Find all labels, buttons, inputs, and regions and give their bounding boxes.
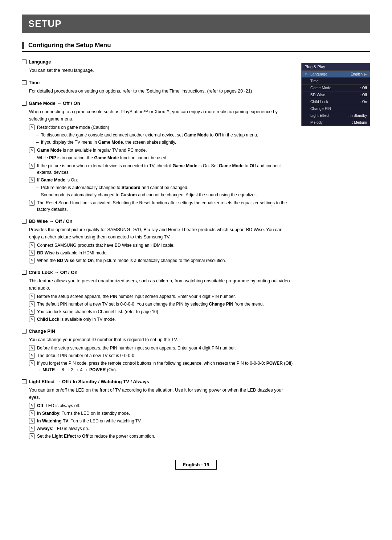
menu-screenshot: Plug & Play ⚙ Language English ▶ Time Ga… (301, 63, 370, 445)
note-text-bd-wise-2: BD Wise is available in HDMI mode. (37, 250, 108, 256)
note-icon-le-3: N (29, 418, 35, 424)
topic-label-bd-wise: BD Wise → Off / On (29, 218, 73, 224)
page-title: SETUP (28, 18, 364, 29)
dash-1: – (36, 132, 39, 138)
note-icon-pin-2: N (29, 353, 35, 359)
dash-2: – (36, 139, 39, 146)
bullet-text-2: If you display the TV menu in Game Mode,… (41, 139, 176, 146)
bullet-item-4: – Sound mode is automatically changed to… (36, 192, 294, 198)
page-title-box: SETUP (22, 15, 370, 33)
topic-title-change-pin: Change PIN (22, 328, 294, 334)
menu-row-language: ⚙ Language English ▶ (302, 71, 370, 78)
topic-text-bd-wise: Provides the optimal picture quality for… (29, 226, 294, 241)
note-le-3: N In Watching TV: Turns the LED on while… (29, 418, 294, 424)
note-le-1: N Off: LED is always off. (29, 402, 294, 409)
note-icon-bd-2: N (29, 250, 35, 256)
note-icon-bd-1: N (29, 242, 35, 248)
note-text-game-mode-5: The Reset Sound function is activated. S… (37, 200, 294, 213)
topic-label-time: Time (29, 80, 40, 85)
note-icon-1: N (29, 124, 35, 130)
menu-row-label-game: Game Mode (310, 86, 360, 90)
note-sub-game-mode-2: While PIP is in operation, the Game Mode… (37, 155, 294, 161)
content-area: Language You can set the menu language. … (22, 59, 294, 445)
menu-row-melody: Melody : Medium (302, 119, 370, 126)
note-game-mode-2: N Game Mode is not available in regular … (29, 147, 294, 154)
note-icon-4: N (29, 177, 35, 183)
topic-child-lock: Child Lock → Off / On This feature allow… (22, 270, 294, 323)
note-text-cl-4: Child Lock is available only in TV mode. (37, 316, 116, 323)
note-pin-1: N Before the setup screen appears, the P… (29, 345, 294, 351)
note-icon-2: N (29, 147, 35, 153)
topic-label-child-lock: Child Lock → Off / On (29, 270, 77, 275)
topic-body-child-lock: This feature allows you to prevent unaut… (29, 277, 294, 323)
menu-row-icon-lang: ⚙ (305, 72, 310, 76)
topic-change-pin: Change PIN You can change your personal … (22, 328, 294, 373)
note-text-game-mode-4: If Game Mode is On: (37, 177, 78, 183)
checkbox-light-effect (22, 379, 26, 384)
note-text-cl-1: Before the setup screen appears, the PIN… (37, 293, 236, 300)
note-text-cl-2: The default PIN number of a new TV set i… (37, 301, 264, 307)
bullet-list-game-mode-1: – To disconnect the game console and con… (36, 132, 294, 146)
checkbox-child-lock (22, 270, 26, 275)
menu-row-game: Game Mode : Off (302, 85, 370, 91)
note-icon-le-4: N (29, 426, 35, 431)
note-pin-2: N The default PIN number of a new TV set… (29, 352, 294, 359)
note-bd-wise-3: N When the BD Wise set to On, the pictur… (29, 257, 294, 264)
menu-row-lighteffect: Light Effect : In Standby (302, 112, 370, 119)
topic-body-time: For detailed procedures on setting up op… (29, 87, 294, 95)
note-child-lock-1: N Before the setup screen appears, the P… (29, 293, 294, 300)
topic-title-time: Time (22, 80, 294, 85)
topic-label-language: Language (29, 59, 51, 65)
note-child-lock-4: N Child Lock is available only in TV mod… (29, 316, 294, 323)
note-text-game-mode-1: Restrictions on game mode (Caution) (37, 124, 109, 131)
bullet-text-4: Sound mode is automatically changed to C… (41, 192, 257, 198)
note-text-le-5: Set the Light Effect to Off to reduce th… (37, 433, 155, 439)
menu-header-text: Plug & Play (305, 65, 325, 69)
note-icon-3: N (29, 163, 35, 169)
bullet-text-1: To disconnect the game console and conne… (41, 132, 258, 138)
note-icon-le-2: N (29, 410, 35, 416)
bullet-item-1: – To disconnect the game console and con… (36, 132, 294, 138)
topic-title-child-lock: Child Lock → Off / On (22, 270, 294, 275)
dash-3: – (36, 184, 39, 191)
checkbox-language (22, 60, 26, 64)
topic-label-change-pin: Change PIN (29, 328, 55, 334)
menu-row-label-lang: Language (310, 72, 351, 76)
note-le-4: N Always: LED is always on. (29, 425, 294, 432)
menu-row-childlock: Child Lock : On (302, 98, 370, 105)
topic-text-change-pin: You can change your personal ID number t… (29, 336, 294, 343)
note-child-lock-2: N The default PIN number of a new TV set… (29, 301, 294, 307)
topic-body-light-effect: You can turn on/off the LED on the front… (29, 386, 294, 439)
footer-box: English - 19 (175, 460, 217, 470)
note-icon-le-5: N (29, 433, 35, 439)
note-text-bd-wise-3: When the BD Wise set to On, the picture … (37, 257, 226, 264)
menu-row-changepin: Change PIN (302, 105, 370, 112)
note-text-le-4: Always: LED is always on. (37, 425, 89, 432)
topic-text-child-lock: This feature allows you to prevent unaut… (29, 277, 294, 292)
note-icon-cl-1: N (29, 294, 35, 299)
topic-game-mode: Game Mode → Off / On When connecting to … (22, 101, 294, 213)
bullet-item-3: – Picture mode is automatically changed … (36, 184, 294, 191)
note-child-lock-3: N You can lock some channels in Channel … (29, 308, 294, 315)
checkbox-time (22, 80, 26, 85)
menu-row-bd: BD Wise : Off (302, 91, 370, 98)
note-icon-bd-3: N (29, 258, 35, 263)
menu-row-label-time: Time (310, 79, 367, 83)
footer-text: English - 19 (183, 462, 209, 467)
menu-box: Plug & Play ⚙ Language English ▶ Time Ga… (301, 63, 370, 126)
menu-row-label-childlock: Child Lock (310, 99, 360, 104)
footer: English - 19 (22, 460, 370, 470)
topic-time: Time For detailed procedures on setting … (22, 80, 294, 95)
menu-row-arrow-lang: ▶ (364, 72, 367, 76)
dash-4: – (36, 192, 39, 198)
note-icon-le-1: N (29, 403, 35, 409)
note-text-pin-1: Before the setup screen appears, the PIN… (37, 345, 236, 351)
note-game-mode-5: N The Reset Sound function is activated.… (29, 200, 294, 213)
topic-light-effect: Light Effect → Off / In Standby / Watchi… (22, 379, 294, 439)
note-le-2: N In Standby: Turns the LED on in standb… (29, 410, 294, 417)
note-icon-pin-1: N (29, 345, 35, 351)
menu-box-header: Plug & Play (302, 63, 370, 71)
checkbox-bd-wise (22, 219, 26, 224)
note-game-mode-1: N Restrictions on game mode (Caution) (29, 124, 294, 131)
topic-label-light-effect: Light Effect → Off / In Standby / Watchi… (29, 379, 149, 384)
